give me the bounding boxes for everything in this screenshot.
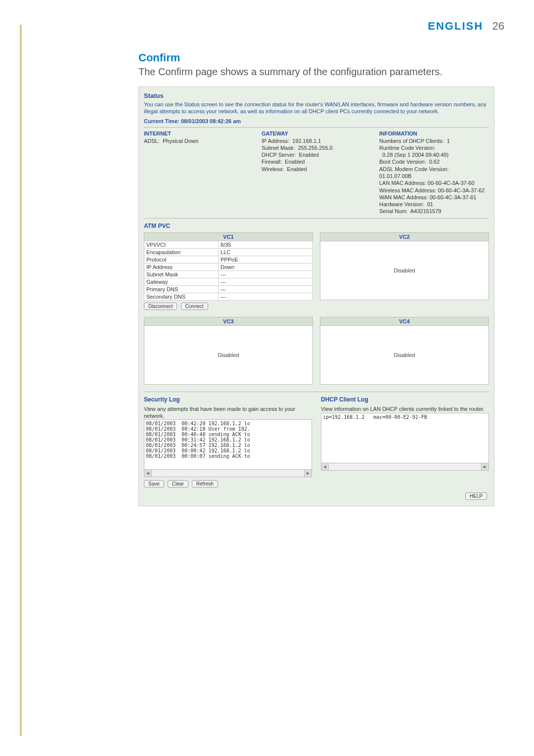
information-column: INFORMATION Numbers of DHCP Clients: 1 R… (379, 131, 489, 215)
info-serial: Serial Num: A432151579 (379, 208, 489, 215)
status-heading: Status (144, 92, 489, 99)
gateway-dhcp: DHCP Server: Enabled (262, 151, 371, 158)
info-lan-mac: LAN MAC Address: 00-60-4C-3A-37-60 (379, 179, 489, 186)
gateway-ip: IP Address: 192.168.1.1 (262, 137, 371, 144)
gateway-mask: Subnet Mask: 255.255.255.0 (262, 144, 371, 151)
status-description: You can use the Status screen to see the… (144, 101, 489, 115)
gateway-heading: GATEWAY (262, 131, 371, 136)
security-log-box[interactable]: 08/01/2003 00:42:20 192.168.1.2 lo 08/01… (144, 419, 312, 470)
help-button[interactable]: HELP (465, 492, 487, 500)
internet-column: INTERNET ADSL: Physical Down (144, 131, 254, 215)
vc4-card: VC4 Disabled (320, 317, 489, 385)
clear-button[interactable]: Clear (168, 480, 188, 488)
info-boot: Boot Code Version: 0.62 (379, 158, 489, 165)
vc2-card: VC2 Disabled (320, 232, 489, 310)
info-wlan-mac: Wireless MAC Address: 00-60-4C-3A-37-62 (379, 187, 489, 194)
page-number: 26 (492, 20, 504, 32)
dhcp-log-heading: DHCP Client Log (321, 396, 489, 403)
vc4-head: VC4 (320, 317, 489, 325)
vc1-card: VC1 VPI/VCI8/35 EncapsulationLLC Protoco… (144, 232, 313, 310)
vc3-head: VC3 (144, 317, 313, 325)
security-log-scrollbar[interactable]: ◄ ► (144, 470, 312, 477)
vc4-body: Disabled (320, 325, 489, 385)
dhcp-log-desc: View information on LAN DHCP clients cur… (321, 406, 489, 413)
info-hw: Hardware Version: 01 (379, 201, 489, 208)
internet-heading: INTERNET (144, 131, 254, 136)
scroll-right-icon[interactable]: ► (304, 470, 312, 477)
internet-adsl: ADSL: Physical Down (144, 137, 254, 144)
scroll-right-icon[interactable]: ► (481, 463, 489, 470)
status-panel: Status You can use the Status screen to … (138, 87, 494, 506)
info-runtime-val: 0.28 (Sep 1 2004 09:40:49) (379, 151, 489, 158)
section-title: Confirm (138, 51, 494, 64)
info-wan-mac: WAN MAC Address: 00-60-4C-3A-37-61 (379, 194, 489, 201)
vc2-head: VC2 (320, 232, 489, 241)
current-time: Current Time: 08/01/2003 08:42:26 am (144, 118, 489, 124)
info-adsl-modem: ADSL Modem Code Version: (379, 166, 489, 173)
vc3-body: Disabled (144, 325, 313, 385)
information-heading: INFORMATION (379, 131, 489, 136)
vc1-head: VC1 (144, 232, 313, 241)
connect-button[interactable]: Connect (181, 303, 208, 310)
dhcp-log-box[interactable]: ip=192.168.1.2 mac=00-00-E2-92-FB (321, 413, 489, 463)
scroll-left-icon[interactable]: ◄ (321, 463, 329, 470)
security-log-heading: Security Log (144, 396, 312, 403)
info-runtime: Runtime Code Version: (379, 144, 489, 151)
scroll-left-icon[interactable]: ◄ (144, 470, 152, 477)
header-language: ENGLISH (428, 20, 483, 32)
info-adsl-modem-val: 01.01.07.00B (379, 173, 489, 179)
security-log-desc: View any attempts that have been made to… (144, 406, 312, 420)
disconnect-button[interactable]: Disconnect (144, 303, 177, 310)
vc3-card: VC3 Disabled (144, 317, 313, 385)
vc1-table: VPI/VCI8/35 EncapsulationLLC ProtocolPPP… (144, 241, 313, 301)
section-lead: The Confirm page shows a summary of the … (138, 66, 494, 78)
gateway-wireless: Wireless: Enabled (262, 166, 371, 173)
dhcp-log-scrollbar[interactable]: ◄ ► (321, 463, 489, 471)
gateway-column: GATEWAY IP Address: 192.168.1.1 Subnet M… (262, 131, 371, 215)
gateway-firewall: Firewall: Enabled (262, 158, 371, 165)
refresh-button[interactable]: Refresh (192, 480, 218, 488)
atm-pvc-heading: ATM PVC (144, 222, 489, 229)
save-button[interactable]: Save (144, 480, 164, 488)
info-dhcp-clients: Numbers of DHCP Clients: 1 (379, 137, 489, 144)
vc2-body: Disabled (320, 241, 489, 300)
